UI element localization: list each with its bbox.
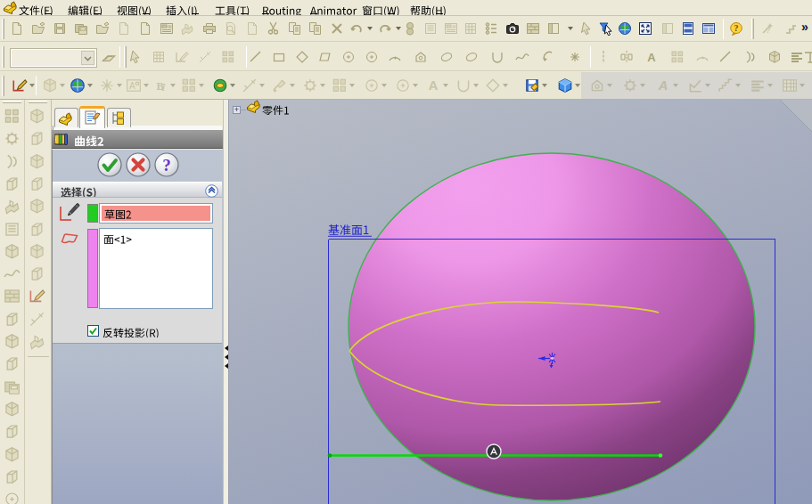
svg-text:?: ? xyxy=(162,156,171,175)
